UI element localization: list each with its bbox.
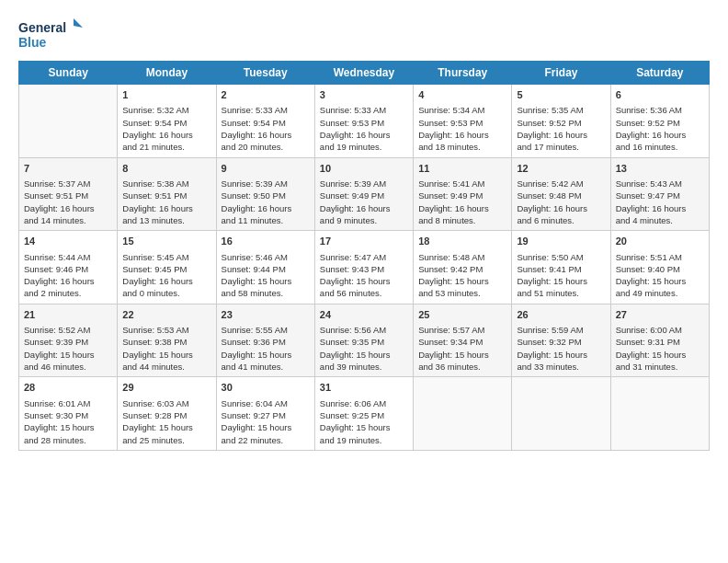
calendar-cell: 13Sunrise: 5:43 AM Sunset: 9:47 PM Dayli… [610,157,709,231]
calendar-cell: 15Sunrise: 5:45 AM Sunset: 9:45 PM Dayli… [118,231,216,304]
day-info: Sunrise: 5:55 AM Sunset: 9:36 PM Dayligh… [222,324,310,373]
day-number: 15 [122,235,210,248]
day-info: Sunrise: 5:59 AM Sunset: 9:32 PM Dayligh… [517,324,605,373]
day-number: 16 [222,235,310,248]
calendar-cell [19,85,118,158]
calendar-cell: 6Sunrise: 5:36 AM Sunset: 9:52 PM Daylig… [610,85,709,158]
day-number: 1 [122,88,210,102]
day-info: Sunrise: 5:45 AM Sunset: 9:45 PM Dayligh… [122,251,210,300]
col-header-monday: Monday [118,62,216,85]
day-info: Sunrise: 5:52 AM Sunset: 9:39 PM Dayligh… [24,324,112,373]
day-number: 19 [517,235,605,248]
logo-svg: GeneralBlue [18,17,83,53]
calendar-cell: 21Sunrise: 5:52 AM Sunset: 9:39 PM Dayli… [19,304,118,377]
col-header-wednesday: Wednesday [314,62,413,85]
day-info: Sunrise: 6:04 AM Sunset: 9:27 PM Dayligh… [222,397,310,446]
calendar-cell: 3Sunrise: 5:33 AM Sunset: 9:53 PM Daylig… [314,85,413,158]
calendar-header-row: SundayMondayTuesdayWednesdayThursdayFrid… [19,62,710,85]
calendar-cell: 27Sunrise: 6:00 AM Sunset: 9:31 PM Dayli… [610,304,709,377]
day-info: Sunrise: 5:33 AM Sunset: 9:54 PM Dayligh… [222,104,310,153]
day-info: Sunrise: 5:51 AM Sunset: 9:40 PM Dayligh… [616,251,704,300]
day-info: Sunrise: 5:50 AM Sunset: 9:41 PM Dayligh… [517,251,605,300]
day-number: 22 [122,308,210,322]
day-info: Sunrise: 5:32 AM Sunset: 9:54 PM Dayligh… [122,104,210,153]
calendar-cell: 10Sunrise: 5:39 AM Sunset: 9:49 PM Dayli… [314,157,413,231]
day-info: Sunrise: 5:39 AM Sunset: 9:49 PM Dayligh… [320,178,408,226]
calendar-cell: 5Sunrise: 5:35 AM Sunset: 9:52 PM Daylig… [512,85,610,158]
day-number: 18 [418,235,506,248]
col-header-friday: Friday [512,62,610,85]
col-header-thursday: Thursday [414,62,512,85]
col-header-sunday: Sunday [19,62,118,85]
calendar-cell [414,377,512,451]
header: GeneralBlue [18,17,710,53]
day-number: 13 [616,162,704,176]
day-number: 31 [320,381,408,395]
week-row-5: 28Sunrise: 6:01 AM Sunset: 9:30 PM Dayli… [19,377,710,451]
day-info: Sunrise: 6:01 AM Sunset: 9:30 PM Dayligh… [24,397,112,446]
day-info: Sunrise: 5:38 AM Sunset: 9:51 PM Dayligh… [122,178,210,226]
day-number: 5 [517,88,605,102]
calendar-cell: 17Sunrise: 5:47 AM Sunset: 9:43 PM Dayli… [314,231,413,304]
week-row-3: 14Sunrise: 5:44 AM Sunset: 9:46 PM Dayli… [19,231,710,304]
col-header-tuesday: Tuesday [216,62,314,85]
calendar-cell [512,377,610,451]
week-row-2: 7Sunrise: 5:37 AM Sunset: 9:51 PM Daylig… [19,157,710,231]
calendar-cell: 1Sunrise: 5:32 AM Sunset: 9:54 PM Daylig… [118,85,216,158]
calendar-cell: 2Sunrise: 5:33 AM Sunset: 9:54 PM Daylig… [216,85,314,158]
day-info: Sunrise: 6:00 AM Sunset: 9:31 PM Dayligh… [616,324,704,373]
week-row-1: 1Sunrise: 5:32 AM Sunset: 9:54 PM Daylig… [19,85,710,158]
calendar-cell: 9Sunrise: 5:39 AM Sunset: 9:50 PM Daylig… [216,157,314,231]
day-info: Sunrise: 5:53 AM Sunset: 9:38 PM Dayligh… [122,324,210,373]
calendar-cell: 30Sunrise: 6:04 AM Sunset: 9:27 PM Dayli… [216,377,314,451]
day-number: 7 [24,162,112,176]
calendar-cell: 31Sunrise: 6:06 AM Sunset: 9:25 PM Dayli… [314,377,413,451]
day-number: 3 [320,88,408,102]
day-info: Sunrise: 5:33 AM Sunset: 9:53 PM Dayligh… [320,104,408,153]
day-number: 23 [222,308,310,322]
day-info: Sunrise: 6:03 AM Sunset: 9:28 PM Dayligh… [122,397,210,446]
day-info: Sunrise: 5:42 AM Sunset: 9:48 PM Dayligh… [517,178,605,226]
day-number: 4 [418,88,506,102]
day-number: 28 [24,381,112,395]
day-info: Sunrise: 5:34 AM Sunset: 9:53 PM Dayligh… [418,104,506,153]
calendar-cell: 11Sunrise: 5:41 AM Sunset: 9:49 PM Dayli… [414,157,512,231]
day-number: 24 [320,308,408,322]
day-info: Sunrise: 5:35 AM Sunset: 9:52 PM Dayligh… [517,104,605,153]
day-number: 29 [122,381,210,395]
calendar-cell: 12Sunrise: 5:42 AM Sunset: 9:48 PM Dayli… [512,157,610,231]
day-info: Sunrise: 5:41 AM Sunset: 9:49 PM Dayligh… [418,178,506,226]
day-number: 11 [418,162,506,176]
week-row-4: 21Sunrise: 5:52 AM Sunset: 9:39 PM Dayli… [19,304,710,377]
day-info: Sunrise: 5:48 AM Sunset: 9:42 PM Dayligh… [418,251,506,300]
day-number: 26 [517,308,605,322]
calendar-cell: 14Sunrise: 5:44 AM Sunset: 9:46 PM Dayli… [19,231,118,304]
day-info: Sunrise: 5:39 AM Sunset: 9:50 PM Dayligh… [222,178,310,226]
day-info: Sunrise: 5:37 AM Sunset: 9:51 PM Dayligh… [24,178,112,226]
calendar-cell: 28Sunrise: 6:01 AM Sunset: 9:30 PM Dayli… [19,377,118,451]
day-info: Sunrise: 5:44 AM Sunset: 9:46 PM Dayligh… [24,251,112,300]
calendar-table: SundayMondayTuesdayWednesdayThursdayFrid… [18,61,710,451]
calendar-cell: 25Sunrise: 5:57 AM Sunset: 9:34 PM Dayli… [414,304,512,377]
calendar-cell: 7Sunrise: 5:37 AM Sunset: 9:51 PM Daylig… [19,157,118,231]
day-number: 9 [222,162,310,176]
logo: GeneralBlue [18,17,83,53]
calendar-cell: 22Sunrise: 5:53 AM Sunset: 9:38 PM Dayli… [118,304,216,377]
calendar-cell: 26Sunrise: 5:59 AM Sunset: 9:32 PM Dayli… [512,304,610,377]
calendar-cell: 20Sunrise: 5:51 AM Sunset: 9:40 PM Dayli… [610,231,709,304]
calendar-cell: 23Sunrise: 5:55 AM Sunset: 9:36 PM Dayli… [216,304,314,377]
calendar-cell: 29Sunrise: 6:03 AM Sunset: 9:28 PM Dayli… [118,377,216,451]
day-number: 21 [24,308,112,322]
svg-text:Blue: Blue [18,35,47,50]
day-info: Sunrise: 5:47 AM Sunset: 9:43 PM Dayligh… [320,251,408,300]
svg-marker-0 [74,18,83,28]
calendar-cell: 4Sunrise: 5:34 AM Sunset: 9:53 PM Daylig… [414,85,512,158]
day-info: Sunrise: 5:43 AM Sunset: 9:47 PM Dayligh… [616,178,704,226]
day-number: 2 [222,88,310,102]
calendar-cell: 16Sunrise: 5:46 AM Sunset: 9:44 PM Dayli… [216,231,314,304]
svg-text:General: General [18,20,66,35]
day-info: Sunrise: 5:57 AM Sunset: 9:34 PM Dayligh… [418,324,506,373]
day-number: 14 [24,235,112,248]
day-info: Sunrise: 5:46 AM Sunset: 9:44 PM Dayligh… [222,251,310,300]
calendar-cell: 8Sunrise: 5:38 AM Sunset: 9:51 PM Daylig… [118,157,216,231]
